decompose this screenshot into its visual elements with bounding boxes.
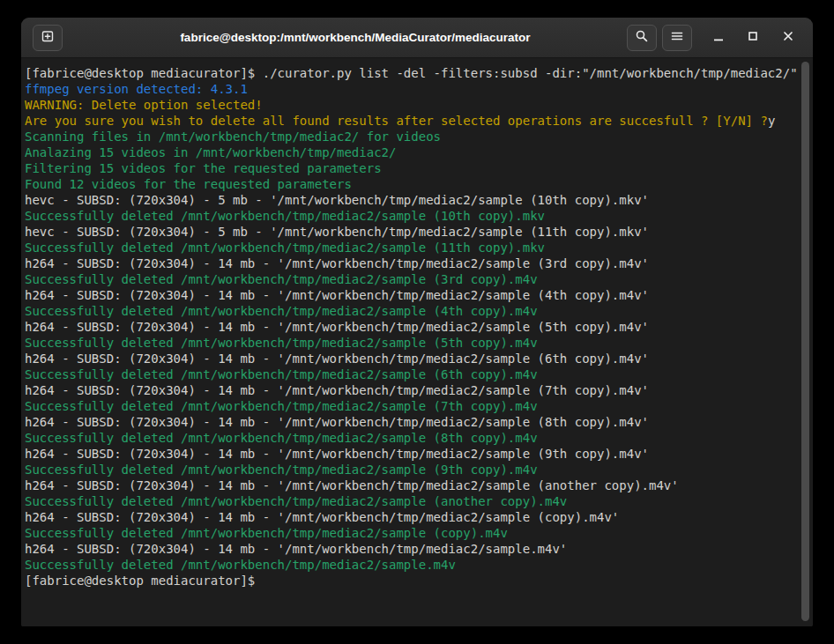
terminal-line: Found 12 videos for the requested parame… <box>25 176 800 192</box>
terminal-text-segment: Successfully deleted /mnt/workbench/tmp/… <box>25 494 567 508</box>
terminal-line: Successfully deleted /mnt/workbench/tmp/… <box>25 430 800 446</box>
terminal-text-segment: Filtering 15 videos for the requested pa… <box>25 161 382 175</box>
terminal-text-segment: h264 - SUBSD: (720x304) - 14 mb - '/mnt/… <box>25 510 619 524</box>
tab-new-icon <box>41 29 55 47</box>
terminal-text-segment: Successfully deleted /mnt/workbench/tmp/… <box>25 304 538 318</box>
terminal-text-segment: h264 - SUBSD: (720x304) - 14 mb - '/mnt/… <box>25 256 649 270</box>
terminal-line: Successfully deleted /mnt/workbench/tmp/… <box>25 240 800 255</box>
terminal-text-segment: Analazing 15 videos in /mnt/workbench/tm… <box>25 145 396 159</box>
terminal-line: h264 - SUBSD: (720x304) - 14 mb - '/mnt/… <box>25 541 800 557</box>
titlebar[interactable]: fabrice@desktop:/mnt/workbench/MediaCura… <box>21 18 813 58</box>
maximize-icon <box>747 30 759 46</box>
terminal-line: Are you sure you wish to delete all foun… <box>25 113 800 129</box>
search-icon <box>635 29 649 47</box>
terminal-line: Analazing 15 videos in /mnt/workbench/tm… <box>25 144 800 160</box>
terminal-line: [fabrice@desktop mediacurator]$ ./curato… <box>25 65 800 81</box>
terminal-line: hevc - SUBSD: (720x304) - 5 mb - '/mnt/w… <box>25 192 800 208</box>
maximize-button[interactable] <box>741 25 765 51</box>
terminal-line: Scanning files in /mnt/workbench/tmp/med… <box>25 129 800 144</box>
terminal-line: hevc - SUBSD: (720x304) - 5 mb - '/mnt/w… <box>25 224 800 240</box>
terminal-viewport[interactable]: [fabrice@desktop mediacurator]$ ./curato… <box>21 59 813 626</box>
terminal-line: h264 - SUBSD: (720x304) - 14 mb - '/mnt/… <box>25 287 800 303</box>
terminal-line: h264 - SUBSD: (720x304) - 14 mb - '/mnt/… <box>25 477 800 493</box>
terminal-line: h264 - SUBSD: (720x304) - 14 mb - '/mnt/… <box>25 446 800 462</box>
search-button[interactable] <box>627 25 657 51</box>
terminal-text-segment: Successfully deleted /mnt/workbench/tmp/… <box>25 367 538 381</box>
terminal-text-segment: Successfully deleted /mnt/workbench/tmp/… <box>25 431 538 445</box>
terminal-text-segment: h264 - SUBSD: (720x304) - 14 mb - '/mnt/… <box>25 383 649 397</box>
minimize-button[interactable] <box>706 25 731 51</box>
terminal-line: Successfully deleted /mnt/workbench/tmp/… <box>25 525 800 541</box>
terminal-line: h264 - SUBSD: (720x304) - 14 mb - '/mnt/… <box>25 255 800 271</box>
terminal-line: WARNING: Delete option selected! <box>25 97 800 113</box>
terminal-window: fabrice@desktop:/mnt/workbench/MediaCura… <box>21 18 813 626</box>
close-icon <box>782 30 794 46</box>
terminal-line: Successfully deleted /mnt/workbench/tmp/… <box>25 303 800 319</box>
terminal-text-segment: h264 - SUBSD: (720x304) - 14 mb - '/mnt/… <box>25 415 649 429</box>
terminal-line: Successfully deleted /mnt/workbench/tmp/… <box>25 366 800 382</box>
terminal-line: h264 - SUBSD: (720x304) - 14 mb - '/mnt/… <box>25 509 800 525</box>
terminal-text-segment: WARNING: Delete option selected! <box>25 98 263 112</box>
terminal-output: [fabrice@desktop mediacurator]$ ./curato… <box>25 65 800 588</box>
terminal-line: [fabrice@desktop mediacurator]$ <box>25 573 800 588</box>
terminal-line: Successfully deleted /mnt/workbench/tmp/… <box>25 462 800 477</box>
terminal-text-segment: y <box>768 114 775 128</box>
terminal-text-segment: Found 12 videos for the requested parame… <box>25 177 352 191</box>
terminal-text-segment: Successfully deleted /mnt/workbench/tmp/… <box>25 399 538 413</box>
terminal-line: Successfully deleted /mnt/workbench/tmp/… <box>25 208 800 224</box>
terminal-text-segment: Successfully deleted /mnt/workbench/tmp/… <box>25 241 545 255</box>
minimize-icon <box>712 30 725 46</box>
terminal-line: Successfully deleted /mnt/workbench/tmp/… <box>25 493 800 509</box>
terminal-text-segment: hevc - SUBSD: (720x304) - 5 mb - '/mnt/w… <box>25 225 649 239</box>
terminal-line: ffmpeg version detected: 4.3.1 <box>25 81 800 97</box>
terminal-text-segment: ffmpeg version detected: 4.3.1 <box>25 82 248 96</box>
terminal-text-segment: Successfully deleted /mnt/workbench/tmp/… <box>25 209 545 223</box>
terminal-text-segment: Successfully deleted /mnt/workbench/tmp/… <box>25 526 508 540</box>
terminal-text-segment: h264 - SUBSD: (720x304) - 14 mb - '/mnt/… <box>25 447 649 461</box>
new-tab-button[interactable] <box>33 25 63 51</box>
terminal-text-segment: Successfully deleted /mnt/workbench/tmp/… <box>25 463 538 477</box>
titlebar-controls <box>627 25 800 51</box>
close-button[interactable] <box>776 25 800 51</box>
terminal-text-segment: h264 - SUBSD: (720x304) - 14 mb - '/mnt/… <box>25 320 649 334</box>
terminal-text-segment: h264 - SUBSD: (720x304) - 14 mb - '/mnt/… <box>25 352 649 366</box>
terminal-line: h264 - SUBSD: (720x304) - 14 mb - '/mnt/… <box>25 351 800 366</box>
terminal-text-segment: Successfully deleted /mnt/workbench/tmp/… <box>25 558 456 572</box>
scrollbar-thumb[interactable] <box>801 62 809 621</box>
terminal-text-segment: Are you sure you wish to delete all foun… <box>25 114 768 128</box>
terminal-text-segment: h264 - SUBSD: (720x304) - 14 mb - '/mnt/… <box>25 288 649 302</box>
terminal-text-segment: Successfully deleted /mnt/workbench/tmp/… <box>25 272 538 286</box>
terminal-line: h264 - SUBSD: (720x304) - 14 mb - '/mnt/… <box>25 414 800 430</box>
terminal-scrollbar[interactable] <box>801 62 810 621</box>
terminal-line: h264 - SUBSD: (720x304) - 14 mb - '/mnt/… <box>25 319 800 335</box>
terminal-text-segment: Successfully deleted /mnt/workbench/tmp/… <box>25 336 538 350</box>
terminal-line: Successfully deleted /mnt/workbench/tmp/… <box>25 335 800 351</box>
window-title: fabrice@desktop:/mnt/workbench/MediaCura… <box>101 31 610 44</box>
terminal-text-segment: h264 - SUBSD: (720x304) - 14 mb - '/mnt/… <box>25 478 679 492</box>
terminal-text-segment: [fabrice@desktop mediacurator]$ ./curato… <box>25 66 798 80</box>
terminal-text-segment: Scanning files in /mnt/workbench/tmp/med… <box>25 130 441 144</box>
terminal-text-segment: hevc - SUBSD: (720x304) - 5 mb - '/mnt/w… <box>25 193 649 207</box>
terminal-line: h264 - SUBSD: (720x304) - 14 mb - '/mnt/… <box>25 382 800 398</box>
terminal-line: Successfully deleted /mnt/workbench/tmp/… <box>25 557 800 573</box>
terminal-text-segment: h264 - SUBSD: (720x304) - 14 mb - '/mnt/… <box>25 542 567 556</box>
hamburger-menu-icon <box>670 29 684 47</box>
menu-button[interactable] <box>662 25 692 51</box>
terminal-line: Filtering 15 videos for the requested pa… <box>25 160 800 176</box>
terminal-line: Successfully deleted /mnt/workbench/tmp/… <box>25 271 800 287</box>
terminal-line: Successfully deleted /mnt/workbench/tmp/… <box>25 398 800 414</box>
terminal-text-segment: [fabrice@desktop mediacurator]$ <box>25 574 255 588</box>
